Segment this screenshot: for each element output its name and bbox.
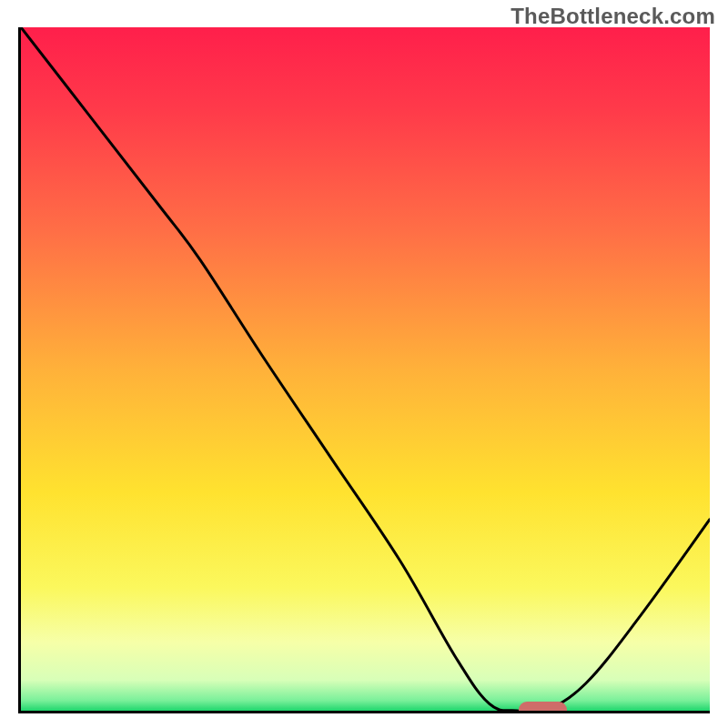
optimal-marker [519,702,567,713]
watermark-text: TheBottleneck.com [511,4,715,29]
plot-area [18,27,710,713]
bottleneck-curve [21,27,710,711]
